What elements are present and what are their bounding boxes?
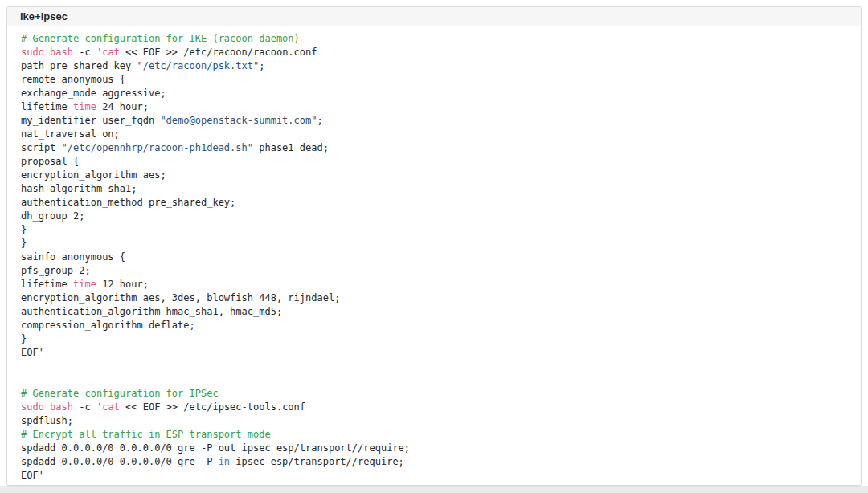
code-token-plain: authentication_algorithm hmac_sha1, hmac… [21, 306, 282, 317]
code-token-builtin: 'cat [96, 401, 120, 413]
code-token-comment: # Encrypt all traffic in ESP transport m… [21, 429, 271, 440]
code-token-plain: remote anonymous { [21, 74, 125, 85]
code-line [15, 373, 853, 387]
code-token-plain: encryption_algorithm aes, 3des, blowfish… [21, 292, 340, 304]
code-token-keyword: in [219, 456, 230, 467]
code-token-plain: 24 hour; [96, 101, 149, 112]
code-token-plain: spdflush; [21, 415, 73, 426]
code-line: sudo bash -c 'cat << EOF >> /etc/ipsec-t… [15, 401, 853, 414]
code-token-plain: 12 hour; [96, 279, 149, 290]
code-token-plain: spdadd 0.0.0.0/0 0.0.0.0/0 gre -P [21, 456, 219, 467]
gist-header: ike+ipsec [7, 7, 861, 26]
code-token-builtin: sudo bash [21, 401, 73, 413]
code-line: sainfo anonymous { [15, 251, 853, 264]
code-token-string: "/etc/opennhrp/racoon-ph1dead.sh" [62, 142, 253, 153]
code-line: sudo bash -c 'cat << EOF >> /etc/racoon/… [15, 46, 853, 59]
code-line: encryption_algorithm aes; [15, 169, 853, 182]
code-token-plain: dh_group 2; [21, 210, 84, 222]
code-line: pfs_group 2; [15, 264, 853, 278]
code-token-comment: # Generate configuration for IPSec [21, 388, 219, 399]
code-token-plain: pfs_group 2; [21, 265, 91, 276]
code-token-builtin: 'cat [96, 47, 120, 58]
code-token-plain: script [21, 142, 62, 153]
code-token-plain: << EOF >> /etc/ipsec-tools.conf [120, 401, 305, 413]
code-token-plain: compression_algorithm deflate; [21, 320, 195, 331]
code-token-comment: # Generate configuration for IKE (racoon… [21, 33, 300, 44]
code-token-plain: << EOF >> /etc/racoon/racoon.conf [120, 47, 317, 58]
gist-title: ike+ipsec [20, 10, 68, 22]
code-token-builtin: time [73, 279, 96, 290]
code-token-plain: } [21, 224, 27, 235]
code-token-plain: lifetime [21, 101, 73, 112]
code-token-plain: } [21, 333, 27, 344]
code-token-builtin: sudo bash [21, 47, 73, 58]
code-line: hash_algorithm sha1; [15, 182, 853, 196]
code-token-plain: encryption_algorithm aes; [21, 169, 166, 181]
code-line: EOF' [15, 469, 853, 483]
code-line: } [15, 332, 853, 346]
code-token-plain: my_identifier user_fqdn [21, 115, 160, 126]
code-token-plain: } [21, 238, 27, 249]
code-token-plain: EOF' [21, 347, 44, 358]
code-token-plain: hash_algorithm sha1; [21, 183, 137, 194]
code-line: exchange_mode aggressive; [15, 87, 853, 100]
code-line: # Encrypt all traffic in ESP transport m… [15, 428, 853, 442]
code-line: authentication_method pre_shared_key; [15, 196, 853, 210]
code-line: my_identifier user_fqdn "demo@openstack-… [15, 114, 853, 128]
code-token-plain: authentication_method pre_shared_key; [21, 197, 235, 208]
code-token-plain: ; [259, 60, 264, 71]
code-line: nat_traversal on; [15, 128, 853, 141]
gist-container: ike+ipsec # Generate configuration for I… [6, 6, 862, 486]
code-line: EOF' [15, 346, 853, 360]
code-line: spdadd 0.0.0.0/0 0.0.0.0/0 gre -P in ips… [15, 455, 853, 469]
code-line: remote anonymous { [15, 73, 853, 87]
code-line: lifetime time 24 hour; [15, 100, 853, 114]
code-token-plain: spdadd 0.0.0.0/0 0.0.0.0/0 gre -P out ip… [21, 442, 410, 454]
code-line [15, 360, 853, 373]
code-token-plain: sainfo anonymous { [21, 251, 125, 263]
code-line: authentication_algorithm hmac_sha1, hmac… [15, 305, 853, 319]
code-token-plain: -c [73, 401, 96, 413]
code-token-plain: -c [73, 47, 96, 58]
code-token-plain: nat_traversal on; [21, 128, 120, 140]
code-line: # Generate configuration for IKE (racoon… [15, 32, 853, 46]
code-area: # Generate configuration for IKE (racoon… [7, 26, 861, 486]
code-token-plain: lifetime [21, 279, 73, 290]
code-token-plain: ipsec esp/transport//require; [230, 456, 404, 467]
code-line: spdadd 0.0.0.0/0 0.0.0.0/0 gre -P out ip… [15, 442, 853, 455]
code-line: lifetime time 12 hour; [15, 278, 853, 291]
code-line: spdflush; [15, 414, 853, 428]
code-token-string: "demo@openstack-summit.com" [160, 115, 317, 126]
code-token-string: "/etc/racoon/psk.txt" [137, 60, 260, 71]
code-line: path pre_shared_key "/etc/racoon/psk.txt… [15, 59, 853, 73]
code-line: # Generate configuration for IPSec [15, 387, 853, 401]
code-token-plain: ; [317, 115, 322, 126]
code-line: dh_group 2; [15, 210, 853, 223]
code-token-plain: proposal { [21, 156, 79, 167]
code-token-plain: phase1_dead; [253, 142, 329, 153]
code-line: script "/etc/opennhrp/racoon-ph1dead.sh"… [15, 141, 853, 155]
code-line: compression_algorithm deflate; [15, 319, 853, 332]
code-token-builtin: time [73, 101, 96, 112]
code-token-plain: EOF' [21, 470, 44, 481]
code-token-plain: path pre_shared_key [21, 60, 137, 71]
code-line: encryption_algorithm aes, 3des, blowfish… [15, 291, 853, 305]
code-line: proposal { [15, 155, 853, 169]
code-line: } [15, 223, 853, 237]
code-token-plain: exchange_mode aggressive; [21, 88, 166, 99]
code-line: } [15, 237, 853, 251]
